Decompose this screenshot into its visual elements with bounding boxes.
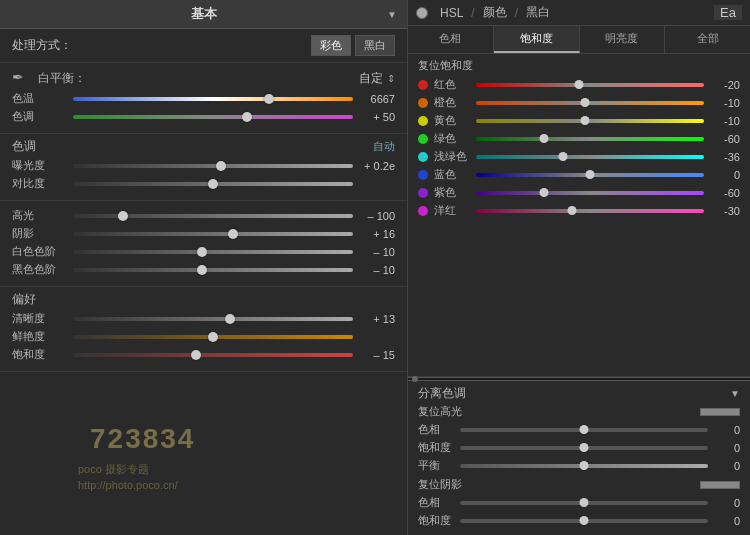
hsl-slider-row-4: 浅绿色-36 [418,149,740,164]
mode-color-button[interactable]: 彩色 [311,35,351,56]
hsl-sat-section: 复位饱和度 红色-20橙色-10黄色-10绿色-60浅绿色-36蓝色0紫色-60… [408,54,750,377]
hsl-header: HSL / 颜色 / 黑白 Ea [408,0,750,26]
highlight-value: – 100 [359,210,395,222]
balance-label: 平衡 [418,458,456,473]
temp-slider-thumb[interactable] [264,94,274,104]
mode-bw-button[interactable]: 黑白 [355,35,395,56]
hsl-slider-thumb-6[interactable] [540,188,549,197]
color-label[interactable]: 颜色 [483,4,507,21]
contrast-slider-thumb[interactable] [208,179,218,189]
tint-slider-thumb[interactable] [242,112,252,122]
hsl-slider-thumb-3[interactable] [540,134,549,143]
shadow-hue-slider-row: 色相 0 [418,495,740,510]
shadow-hue-track[interactable] [460,501,708,505]
shadow-color-block [700,481,740,489]
shadow-sat-value: 0 [712,515,740,527]
black-slider-thumb[interactable] [197,265,207,275]
shadow-slider-row: 阴影 + 16 [12,226,395,241]
hsl-slider-track-5[interactable] [476,173,704,177]
temp-slider-row: 色温 6667 [12,91,395,106]
black-slider-row: 黑色色阶 – 10 [12,262,395,277]
shadow-slider-track[interactable] [73,232,353,236]
hsl-slider-track-7[interactable] [476,209,704,213]
tint-slider-track[interactable] [73,115,353,119]
highlight-sat-thumb[interactable] [580,443,589,452]
white-slider-thumb[interactable] [197,247,207,257]
saturation-slider-thumb[interactable] [191,350,201,360]
highlight-sat-track[interactable] [460,446,708,450]
mode-label: 处理方式： [12,37,72,54]
shadow-slider-thumb[interactable] [228,229,238,239]
eyedropper-icon[interactable]: ✒ [12,69,30,87]
hsl-slider-thumb-1[interactable] [581,98,590,107]
hsl-slider-track-0[interactable] [476,83,704,87]
exposure-value: + 0.2e [359,160,395,172]
black-value: – 10 [359,264,395,276]
hsl-tabs: 色相 饱和度 明亮度 全部 [408,26,750,54]
hsl-slider-thumb-4[interactable] [558,152,567,161]
white-balance-section: ✒ 白平衡： 自定 ⇕ 色温 6667 色调 + 50 [0,63,407,134]
wb-dropdown-icon[interactable]: ⇕ [387,73,395,84]
hsl-slider-track-2[interactable] [476,119,704,123]
vibrance-slider-thumb[interactable] [208,332,218,342]
hsl-slider-thumb-7[interactable] [567,206,576,215]
hsl-slider-track-4[interactable] [476,155,704,159]
hsl-label[interactable]: HSL [440,6,463,20]
hsl-slider-track-1[interactable] [476,101,704,105]
hsl-color-dot-1 [418,98,428,108]
vibrance-slider-track[interactable] [73,335,353,339]
hsl-slider-track-3[interactable] [476,137,704,141]
hsl-slider-val-6: -60 [708,187,740,199]
tone-section: 色调 自动 曝光度 + 0.2e 对比度 [0,134,407,201]
shadow-hue-thumb[interactable] [580,498,589,507]
balance-track[interactable] [460,464,708,468]
shadow-label: 阴影 [12,226,67,241]
shadow-sat-track[interactable] [460,519,708,523]
highlight-reset-row: 复位高光 [418,404,740,419]
temp-slider-track[interactable] [73,97,353,101]
hsl-slider-name-3: 绿色 [434,131,472,146]
hsl-color-dot-2 [418,116,428,126]
contrast-slider-track[interactable] [73,182,353,186]
tab-hue[interactable]: 色相 [408,26,494,53]
tab-saturation[interactable]: 饱和度 [494,26,580,53]
highlight-slider-thumb[interactable] [118,211,128,221]
tab-luminance[interactable]: 明亮度 [580,26,666,53]
saturation-slider-track[interactable] [73,353,353,357]
highlight-hue-thumb[interactable] [580,425,589,434]
shadow-sat-thumb[interactable] [580,516,589,525]
tint-label: 色调 [12,109,67,124]
highlight-slider-track[interactable] [73,214,353,218]
contrast-label: 对比度 [12,176,67,191]
black-slider-track[interactable] [73,268,353,272]
right-panel: HSL / 颜色 / 黑白 Ea 色相 饱和度 明亮度 全部 复位饱和度 红色-… [408,0,750,535]
hsl-slider-val-4: -36 [708,151,740,163]
hsl-slider-name-1: 橙色 [434,95,472,110]
tonal-adjustments-section: 高光 – 100 阴影 + 16 白色色阶 – 10 [0,201,407,287]
highlight-hue-slider-row: 色相 0 [418,422,740,437]
balance-thumb[interactable] [580,461,589,470]
hsl-slider-thumb-0[interactable] [574,80,583,89]
processing-mode-row: 处理方式： 彩色 黑白 [0,29,407,63]
watermark-number: 723834 [90,423,195,455]
hsl-slider-thumb-2[interactable] [581,116,590,125]
exposure-slider-thumb[interactable] [216,161,226,171]
shadow-hue-value: 0 [712,497,740,509]
white-slider-track[interactable] [73,250,353,254]
tab-all[interactable]: 全部 [665,26,750,53]
temp-value: 6667 [359,93,395,105]
highlight-hue-track[interactable] [460,428,708,432]
hsl-slider-thumb-5[interactable] [586,170,595,179]
bw-label[interactable]: 黑白 [526,4,550,21]
hsl-slider-track-6[interactable] [476,191,704,195]
highlight-hue-value: 0 [712,424,740,436]
clarity-slider-thumb[interactable] [225,314,235,324]
shadow-value: + 16 [359,228,395,240]
exposure-slider-track[interactable] [73,164,353,168]
sep-title: 分离色调 [418,385,466,402]
color-separation-section: 分离色调 ▼ 复位高光 色相 0 饱和度 0 平衡 [408,381,750,535]
hsl-slider-row-0: 红色-20 [418,77,740,92]
clarity-slider-track[interactable] [73,317,353,321]
tone-auto[interactable]: 自动 [373,139,395,154]
hsl-color-dot-7 [418,206,428,216]
